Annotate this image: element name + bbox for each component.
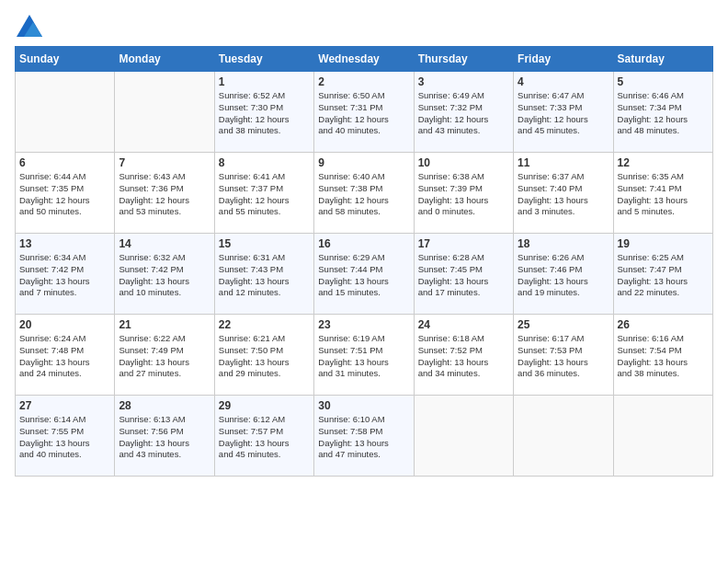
day-number: 1 bbox=[219, 75, 310, 88]
day-number: 27 bbox=[19, 399, 110, 412]
calendar-cell bbox=[613, 396, 712, 477]
calendar-cell: 29Sunrise: 6:12 AMSunset: 7:57 PMDayligh… bbox=[214, 396, 313, 477]
day-number: 17 bbox=[418, 237, 509, 250]
calendar-cell: 26Sunrise: 6:16 AMSunset: 7:54 PMDayligh… bbox=[613, 315, 712, 396]
calendar-cell: 24Sunrise: 6:18 AMSunset: 7:52 PMDayligh… bbox=[414, 315, 513, 396]
day-number: 23 bbox=[318, 318, 409, 331]
calendar-cell: 27Sunrise: 6:14 AMSunset: 7:55 PMDayligh… bbox=[16, 396, 115, 477]
day-number: 11 bbox=[518, 156, 609, 169]
day-detail: Sunrise: 6:44 AMSunset: 7:35 PMDaylight:… bbox=[19, 171, 110, 218]
calendar-week-row: 20Sunrise: 6:24 AMSunset: 7:48 PMDayligh… bbox=[16, 315, 713, 396]
calendar-cell bbox=[115, 72, 214, 153]
day-number: 6 bbox=[19, 156, 110, 169]
calendar-cell: 9Sunrise: 6:40 AMSunset: 7:38 PMDaylight… bbox=[314, 153, 414, 234]
calendar-cell: 7Sunrise: 6:43 AMSunset: 7:36 PMDaylight… bbox=[115, 153, 214, 234]
day-detail: Sunrise: 6:38 AMSunset: 7:39 PMDaylight:… bbox=[418, 171, 509, 218]
calendar-cell: 10Sunrise: 6:38 AMSunset: 7:39 PMDayligh… bbox=[414, 153, 513, 234]
logo bbox=[15, 15, 44, 37]
calendar-cell: 5Sunrise: 6:46 AMSunset: 7:34 PMDaylight… bbox=[613, 72, 712, 153]
page-header bbox=[15, 15, 713, 37]
day-detail: Sunrise: 6:24 AMSunset: 7:48 PMDaylight:… bbox=[19, 333, 110, 380]
calendar-cell: 13Sunrise: 6:34 AMSunset: 7:42 PMDayligh… bbox=[16, 234, 115, 315]
calendar-cell: 30Sunrise: 6:10 AMSunset: 7:58 PMDayligh… bbox=[314, 396, 414, 477]
calendar-table: SundayMondayTuesdayWednesdayThursdayFrid… bbox=[15, 46, 713, 477]
day-number: 26 bbox=[618, 318, 709, 331]
weekday-header-friday: Friday bbox=[514, 47, 613, 72]
calendar-cell bbox=[514, 396, 613, 477]
day-detail: Sunrise: 6:26 AMSunset: 7:46 PMDaylight:… bbox=[518, 252, 609, 299]
day-detail: Sunrise: 6:50 AMSunset: 7:31 PMDaylight:… bbox=[318, 90, 409, 137]
calendar-cell: 16Sunrise: 6:29 AMSunset: 7:44 PMDayligh… bbox=[314, 234, 414, 315]
day-detail: Sunrise: 6:41 AMSunset: 7:37 PMDaylight:… bbox=[219, 171, 310, 218]
calendar-cell: 4Sunrise: 6:47 AMSunset: 7:33 PMDaylight… bbox=[514, 72, 613, 153]
logo-text bbox=[15, 15, 44, 37]
day-detail: Sunrise: 6:52 AMSunset: 7:30 PMDaylight:… bbox=[219, 90, 310, 137]
day-number: 14 bbox=[119, 237, 210, 250]
day-number: 25 bbox=[518, 318, 609, 331]
day-detail: Sunrise: 6:31 AMSunset: 7:43 PMDaylight:… bbox=[219, 252, 310, 299]
calendar-cell: 22Sunrise: 6:21 AMSunset: 7:50 PMDayligh… bbox=[214, 315, 313, 396]
day-number: 3 bbox=[418, 75, 509, 88]
weekday-header-tuesday: Tuesday bbox=[214, 47, 313, 72]
day-detail: Sunrise: 6:46 AMSunset: 7:34 PMDaylight:… bbox=[618, 90, 709, 137]
day-number: 13 bbox=[19, 237, 110, 250]
day-detail: Sunrise: 6:49 AMSunset: 7:32 PMDaylight:… bbox=[418, 90, 509, 137]
calendar-cell: 20Sunrise: 6:24 AMSunset: 7:48 PMDayligh… bbox=[16, 315, 115, 396]
calendar-cell: 23Sunrise: 6:19 AMSunset: 7:51 PMDayligh… bbox=[314, 315, 414, 396]
day-number: 24 bbox=[418, 318, 509, 331]
calendar-cell: 17Sunrise: 6:28 AMSunset: 7:45 PMDayligh… bbox=[414, 234, 513, 315]
day-number: 28 bbox=[119, 399, 210, 412]
calendar-cell: 12Sunrise: 6:35 AMSunset: 7:41 PMDayligh… bbox=[613, 153, 712, 234]
calendar-cell: 1Sunrise: 6:52 AMSunset: 7:30 PMDaylight… bbox=[214, 72, 313, 153]
day-detail: Sunrise: 6:14 AMSunset: 7:55 PMDaylight:… bbox=[19, 414, 110, 461]
day-detail: Sunrise: 6:17 AMSunset: 7:53 PMDaylight:… bbox=[518, 333, 609, 380]
day-detail: Sunrise: 6:29 AMSunset: 7:44 PMDaylight:… bbox=[318, 252, 409, 299]
day-detail: Sunrise: 6:34 AMSunset: 7:42 PMDaylight:… bbox=[19, 252, 110, 299]
calendar-cell: 25Sunrise: 6:17 AMSunset: 7:53 PMDayligh… bbox=[514, 315, 613, 396]
day-number: 12 bbox=[618, 156, 709, 169]
day-number: 19 bbox=[618, 237, 709, 250]
day-detail: Sunrise: 6:22 AMSunset: 7:49 PMDaylight:… bbox=[119, 333, 210, 380]
day-detail: Sunrise: 6:10 AMSunset: 7:58 PMDaylight:… bbox=[318, 414, 409, 461]
weekday-header-thursday: Thursday bbox=[414, 47, 513, 72]
day-number: 15 bbox=[219, 237, 310, 250]
day-detail: Sunrise: 6:47 AMSunset: 7:33 PMDaylight:… bbox=[518, 90, 609, 137]
calendar-cell: 2Sunrise: 6:50 AMSunset: 7:31 PMDaylight… bbox=[314, 72, 414, 153]
calendar-week-row: 13Sunrise: 6:34 AMSunset: 7:42 PMDayligh… bbox=[16, 234, 713, 315]
calendar-cell: 18Sunrise: 6:26 AMSunset: 7:46 PMDayligh… bbox=[514, 234, 613, 315]
calendar-cell: 21Sunrise: 6:22 AMSunset: 7:49 PMDayligh… bbox=[115, 315, 214, 396]
day-number: 16 bbox=[318, 237, 409, 250]
day-number: 9 bbox=[318, 156, 409, 169]
day-detail: Sunrise: 6:13 AMSunset: 7:56 PMDaylight:… bbox=[119, 414, 210, 461]
day-detail: Sunrise: 6:21 AMSunset: 7:50 PMDaylight:… bbox=[219, 333, 310, 380]
calendar-week-row: 1Sunrise: 6:52 AMSunset: 7:30 PMDaylight… bbox=[16, 72, 713, 153]
day-number: 18 bbox=[518, 237, 609, 250]
day-number: 8 bbox=[219, 156, 310, 169]
weekday-header-sunday: Sunday bbox=[16, 47, 115, 72]
calendar-week-row: 6Sunrise: 6:44 AMSunset: 7:35 PMDaylight… bbox=[16, 153, 713, 234]
day-detail: Sunrise: 6:37 AMSunset: 7:40 PMDaylight:… bbox=[518, 171, 609, 218]
day-detail: Sunrise: 6:25 AMSunset: 7:47 PMDaylight:… bbox=[618, 252, 709, 299]
day-detail: Sunrise: 6:12 AMSunset: 7:57 PMDaylight:… bbox=[219, 414, 310, 461]
day-number: 2 bbox=[318, 75, 409, 88]
day-number: 21 bbox=[119, 318, 210, 331]
day-detail: Sunrise: 6:32 AMSunset: 7:42 PMDaylight:… bbox=[119, 252, 210, 299]
day-detail: Sunrise: 6:43 AMSunset: 7:36 PMDaylight:… bbox=[119, 171, 210, 218]
calendar-cell: 11Sunrise: 6:37 AMSunset: 7:40 PMDayligh… bbox=[514, 153, 613, 234]
calendar-week-row: 27Sunrise: 6:14 AMSunset: 7:55 PMDayligh… bbox=[16, 396, 713, 477]
day-detail: Sunrise: 6:18 AMSunset: 7:52 PMDaylight:… bbox=[418, 333, 509, 380]
day-detail: Sunrise: 6:19 AMSunset: 7:51 PMDaylight:… bbox=[318, 333, 409, 380]
weekday-header-monday: Monday bbox=[115, 47, 214, 72]
calendar-cell: 8Sunrise: 6:41 AMSunset: 7:37 PMDaylight… bbox=[214, 153, 313, 234]
calendar-cell: 6Sunrise: 6:44 AMSunset: 7:35 PMDaylight… bbox=[16, 153, 115, 234]
calendar-cell: 14Sunrise: 6:32 AMSunset: 7:42 PMDayligh… bbox=[115, 234, 214, 315]
weekday-header-row: SundayMondayTuesdayWednesdayThursdayFrid… bbox=[16, 47, 713, 72]
day-number: 30 bbox=[318, 399, 409, 412]
day-number: 20 bbox=[19, 318, 110, 331]
calendar-cell bbox=[16, 72, 115, 153]
calendar-cell: 3Sunrise: 6:49 AMSunset: 7:32 PMDaylight… bbox=[414, 72, 513, 153]
day-detail: Sunrise: 6:16 AMSunset: 7:54 PMDaylight:… bbox=[618, 333, 709, 380]
calendar-cell: 28Sunrise: 6:13 AMSunset: 7:56 PMDayligh… bbox=[115, 396, 214, 477]
weekday-header-wednesday: Wednesday bbox=[314, 47, 414, 72]
day-number: 7 bbox=[119, 156, 210, 169]
